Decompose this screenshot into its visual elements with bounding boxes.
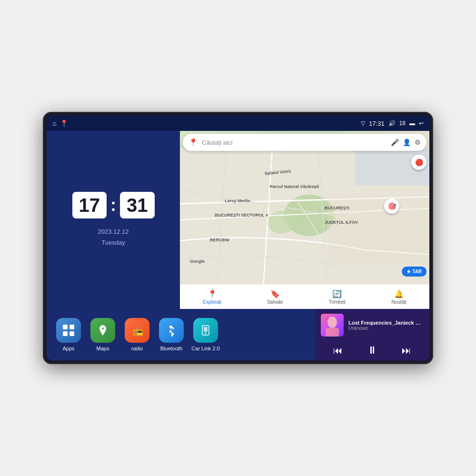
back-button[interactable]: ↩ [419, 120, 424, 127]
date-display: 2023.12.12 Tuesday [98, 226, 129, 248]
music-artist: Unknown [348, 326, 424, 331]
day-text: Tuesday [98, 237, 129, 248]
send-icon: 🔄 [332, 289, 342, 298]
svg-point-21 [327, 317, 337, 328]
music-play-button[interactable]: ⏸ [363, 342, 381, 358]
maps-label: Maps [97, 346, 109, 351]
app-icons-row: Apps Maps 📻 radi [47, 309, 315, 360]
svg-text:📻: 📻 [133, 326, 144, 336]
date-text: 2023.12.12 [98, 226, 129, 237]
clock-colon: : [110, 195, 116, 215]
map-account-icon[interactable]: 👤 [403, 139, 411, 146]
map-search-text[interactable]: Căutați aici [202, 139, 387, 146]
map-label-parc: Parcul Natural Văcărești [270, 184, 319, 189]
device-screen: ⌂ 📍 ▽ 17:31 🔊 18 ▬ ↩ 17 : 31 [47, 116, 429, 360]
music-prev-button[interactable]: ⏮ [329, 343, 347, 358]
map-label-berceni: BERCENI [210, 238, 229, 242]
news-label: Noutăți [391, 299, 407, 305]
svg-rect-13 [69, 325, 74, 329]
music-thumbnail [321, 314, 344, 337]
svg-rect-12 [63, 325, 68, 329]
music-title: Lost Frequencies_Janieck Devy-... [348, 320, 424, 326]
signal-icon: ▽ [361, 120, 365, 127]
carlink-label: Car Link 2.0 [191, 346, 219, 351]
clock-hours: 17 [72, 192, 107, 218]
volume-icon: 🔊 [388, 120, 396, 127]
map-search-pin-icon: 📍 [188, 138, 198, 147]
bluetooth-label: Bluetooth [160, 346, 182, 351]
map-nav-saved[interactable]: 🔖 Salvate [267, 289, 283, 305]
svg-point-2 [268, 211, 295, 234]
app-item-maps[interactable]: Maps [89, 318, 117, 351]
map-label-sector4: BUCUREȘTI SECTORUL 4 [215, 213, 268, 218]
map-nav-send[interactable]: 🔄 Trimiteți [329, 289, 346, 305]
clock-display: 17 : 31 [72, 192, 155, 218]
explore-label: Explorați [203, 299, 221, 305]
map-label-google: Google [190, 259, 205, 264]
svg-rect-15 [69, 331, 74, 336]
map-label-leroy: Leroy Merlin [225, 198, 250, 203]
map-label-bucuresti: BUCUREȘTI [325, 206, 350, 210]
svg-rect-22 [326, 328, 339, 337]
maps-icon [90, 318, 115, 343]
bottom-section: Apps Maps 📻 radi [47, 309, 429, 360]
map-label-ilfov: JUDEȚUL ILFOV [325, 220, 358, 225]
svg-point-19 [205, 333, 207, 334]
volume-level: 18 [399, 120, 406, 127]
status-left-icons: ⌂ 📍 [52, 119, 68, 127]
status-bar: ⌂ 📍 ▽ 17:31 🔊 18 ▬ ↩ [47, 116, 429, 131]
bluetooth-icon [159, 318, 184, 343]
svg-rect-11 [328, 195, 429, 264]
saved-label: Salvate [267, 299, 283, 305]
music-player: Lost Frequencies_Janieck Devy-... Unknow… [315, 309, 429, 360]
map-nav-news[interactable]: 🔔 Noutăți [391, 289, 407, 305]
battery-icon: ▬ [409, 120, 415, 127]
map-settings-icon[interactable]: ⚙ [415, 139, 421, 146]
saved-icon: 🔖 [270, 289, 280, 298]
map-nav-explore[interactable]: 📍 Explorați [203, 289, 221, 305]
map-search-actions: 🎤 👤 ⚙ [391, 139, 421, 146]
map-location-btn[interactable]: 🎯 [384, 198, 399, 214]
navigate-button[interactable]: ★ TAR [402, 267, 426, 277]
app-item-apps[interactable]: Apps [54, 318, 83, 351]
music-next-button[interactable]: ⏭ [398, 343, 415, 358]
radio-icon: 📻 [125, 318, 149, 343]
apps-icon [56, 318, 81, 343]
status-right-info: ▽ 17:31 🔊 18 ▬ ↩ [361, 120, 424, 127]
clock-panel: 17 : 31 2023.12.12 Tuesday [47, 131, 180, 309]
home-icon[interactable]: ⌂ [52, 119, 56, 127]
main-content: 17 : 31 2023.12.12 Tuesday [47, 131, 429, 309]
music-text: Lost Frequencies_Janieck Devy-... Unknow… [348, 320, 424, 331]
map-svg [180, 131, 429, 309]
music-controls: ⏮ ⏸ ⏭ [321, 342, 424, 358]
navigation-icon[interactable]: 📍 [60, 119, 68, 127]
send-label: Trimiteți [329, 299, 346, 305]
carlink-icon [193, 318, 218, 343]
app-item-radio[interactable]: 📻 radio [123, 318, 151, 351]
device-frame: ⌂ 📍 ▽ 17:31 🔊 18 ▬ ↩ 17 : 31 [43, 112, 433, 364]
map-search-bar[interactable]: 📍 Căutați aici 🎤 👤 ⚙ [183, 134, 426, 151]
app-item-carlink[interactable]: Car Link 2.0 [191, 318, 220, 351]
app-item-bluetooth[interactable]: Bluetooth [157, 318, 186, 351]
music-info: Lost Frequencies_Janieck Devy-... Unknow… [321, 314, 424, 337]
map-area[interactable]: TRAPEZULUI BUCUREȘTI JUDEȚUL ILFOV Parcu… [180, 131, 429, 309]
status-time: 17:31 [369, 120, 385, 127]
apps-label: Apps [62, 346, 74, 351]
radio-label: radio [131, 346, 143, 351]
compass-button[interactable]: 🔴 [411, 155, 426, 170]
explore-icon: 📍 [208, 289, 217, 298]
map-bottom-bar: 📍 Explorați 🔖 Salvate 🔄 Trimiteți � [180, 284, 429, 309]
news-icon: 🔔 [394, 289, 404, 298]
clock-minutes: 31 [120, 192, 155, 218]
svg-rect-14 [63, 331, 68, 336]
map-voice-icon[interactable]: 🎤 [391, 139, 399, 146]
map-panel[interactable]: TRAPEZULUI BUCUREȘTI JUDEȚUL ILFOV Parcu… [180, 131, 429, 309]
svg-rect-18 [204, 327, 208, 332]
